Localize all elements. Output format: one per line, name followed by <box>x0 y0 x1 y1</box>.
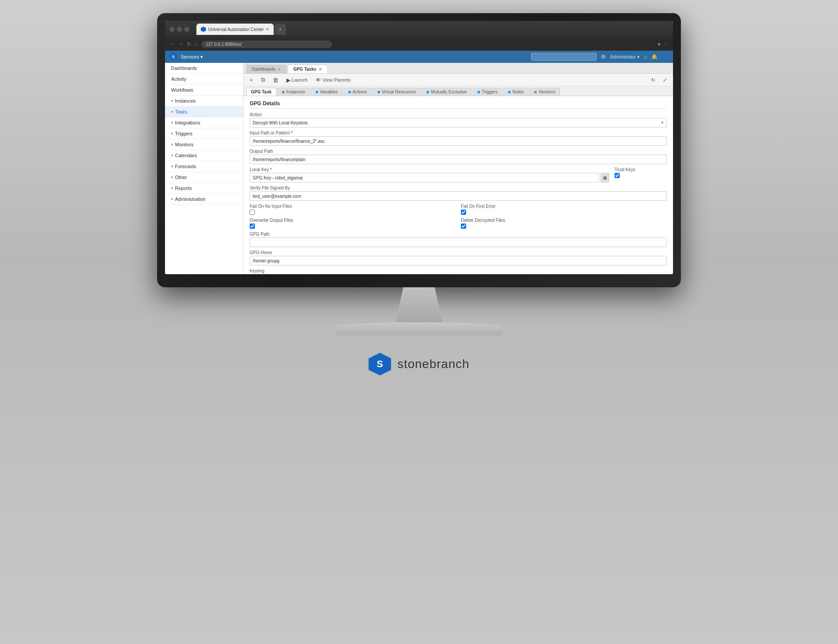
new-button[interactable]: + <box>247 76 256 84</box>
fail-first-error-checkbox[interactable] <box>461 210 466 215</box>
detail-tab-versions[interactable]: Versions <box>529 88 560 96</box>
page-tab-gpg-close[interactable]: ✕ <box>319 67 322 72</box>
delete-icon: 🗑 <box>273 77 278 83</box>
maximize-btn[interactable] <box>177 27 182 32</box>
gpg-home-row: GPG Home <box>250 250 667 265</box>
forward-button[interactable]: → <box>178 41 183 47</box>
sidebar-item-activity[interactable]: Activity <box>165 74 243 85</box>
monitor-screen: Universal Automation Center ✕ + ← → ↻ ⌂ … <box>165 21 673 274</box>
gpg-home-input[interactable] <box>250 256 667 265</box>
sidebar-item-administration[interactable]: ▾ Administration <box>165 194 243 205</box>
output-path-label: Output Path <box>250 149 667 154</box>
stonebranch-s-letter: S <box>377 358 383 370</box>
trust-keys-label: Trust Keys <box>615 167 667 172</box>
sidebar-item-dashboards[interactable]: Dashboards <box>165 63 243 74</box>
action-select[interactable]: Decrypt With Local Keystore Encrypt Sign… <box>250 118 667 127</box>
view-parents-button[interactable]: 👁 View Parents <box>313 76 354 84</box>
fail-options-row: Fail On No Input Files Fail On First Err… <box>250 204 667 215</box>
sidebar-item-triggers[interactable]: ▾ Triggers <box>165 128 243 139</box>
detail-tab-notes-label: Notes <box>512 90 524 94</box>
browser-tab-1[interactable]: Universal Automation Center ✕ <box>196 24 274 35</box>
detail-tab-actions[interactable]: Actions <box>343 88 372 96</box>
verify-signed-input[interactable] <box>250 191 667 201</box>
sidebar-item-other[interactable]: ▾ Other <box>165 172 243 183</box>
delete-button[interactable]: 🗑 <box>270 76 281 84</box>
sidebar-item-tasks[interactable]: ▾ Tasks <box>165 107 243 117</box>
page-tab-dashboards[interactable]: Dashboards ✕ <box>246 65 287 73</box>
detail-tab-mutually-exclusive[interactable]: Mutually Exclusive <box>422 88 471 96</box>
page-tab-gpg-tasks[interactable]: GPG Tasks ✕ <box>288 65 328 73</box>
delete-decrypted-checkbox[interactable] <box>461 224 466 229</box>
close-btn[interactable] <box>184 27 189 32</box>
sidebar-item-calendars[interactable]: ▾ Calendars <box>165 150 243 161</box>
input-path-input[interactable] <box>250 136 667 146</box>
address-icons: ★ ⋯ <box>657 41 669 47</box>
detail-tab-triggers-label: Triggers <box>482 90 498 94</box>
local-key-browse-btn[interactable]: ⊞ <box>601 173 609 183</box>
sidebar-item-instances[interactable]: ▾ Instances <box>165 96 243 107</box>
stonebranch-hex-icon: S <box>368 353 391 375</box>
detail-tab-instances[interactable]: Instances <box>277 88 310 96</box>
detail-tab-triggers[interactable]: Triggers <box>473 88 502 96</box>
browser-tab-1-close[interactable]: ✕ <box>266 27 269 31</box>
gear-icon[interactable]: ⚙ <box>601 54 606 60</box>
page-tab-dashboards-close[interactable]: ✕ <box>278 67 281 72</box>
output-path-input[interactable] <box>250 155 667 164</box>
gpg-path-group: GPG Path <box>250 232 667 247</box>
overwrite-output-checkbox[interactable] <box>250 224 255 229</box>
gpg-path-label: GPG Path <box>250 232 667 237</box>
calendars-arrow: ▾ <box>171 153 173 158</box>
fail-no-input-checkbox[interactable] <box>250 210 255 215</box>
browser-tab-2[interactable]: + <box>275 24 286 35</box>
copy-button[interactable]: ⧉ <box>258 76 268 84</box>
sidebar-label-integrations: Integrations <box>175 120 200 125</box>
output-path-group: Output Path <box>250 149 667 164</box>
local-key-row: Local Key * GPG Key - robot_elgamai ⊞ <box>250 167 667 183</box>
expand-button[interactable]: ⤢ <box>660 76 670 84</box>
expand-icon: ⤢ <box>663 77 667 83</box>
bookmark-icon[interactable]: ★ <box>657 41 661 47</box>
action-select-wrapper: Decrypt With Local Keystore Encrypt Sign… <box>250 118 667 127</box>
sidebar-item-monitors[interactable]: ▾ Monitors <box>165 139 243 150</box>
local-key-select[interactable]: GPG Key - robot_elgamai <box>250 173 599 183</box>
copy-icon: ⧉ <box>261 76 265 83</box>
back-button[interactable]: ← <box>169 41 175 47</box>
global-search[interactable] <box>531 53 597 61</box>
detail-tab-notes[interactable]: Notes <box>503 88 529 96</box>
toolbar: + ⧉ 🗑 ▶ Launch 👁 <box>244 74 673 86</box>
overwrite-output-label: Overwrite Output Files <box>250 218 456 223</box>
new-icon: + <box>250 77 253 83</box>
refresh-button[interactable]: ↻ <box>187 41 191 47</box>
admin-menu[interactable]: Administrator ▾ <box>610 55 639 59</box>
sidebar-item-reports[interactable]: ▾ Reports <box>165 183 243 194</box>
gpg-path-input[interactable] <box>250 238 667 247</box>
settings-icon[interactable]: ⋯ <box>664 41 669 47</box>
browser-chrome: Universal Automation Center ✕ + <box>165 21 673 38</box>
sidebar-item-forecasts[interactable]: ▾ Forecasts <box>165 161 243 172</box>
trust-keys-group: Trust Keys <box>615 167 667 178</box>
services-menu[interactable]: Services ▾ <box>181 54 203 60</box>
user-icon[interactable]: 👤 <box>662 54 669 60</box>
trust-keys-checkbox-item <box>615 173 667 178</box>
view-parents-label: View Parents <box>323 77 351 83</box>
detail-tab-virtual-resources[interactable]: Virtual Resources <box>373 88 421 96</box>
gpg-home-label: GPG Home <box>250 250 667 255</box>
overwrite-delete-row: Overwrite Output Files Delete Decrypted … <box>250 218 667 229</box>
other-arrow: ▾ <box>171 175 173 179</box>
instances-arrow: ▾ <box>171 99 173 103</box>
sidebar-item-workflows[interactable]: Workflows <box>165 85 243 96</box>
refresh-button[interactable]: ↻ <box>649 76 658 84</box>
home-button[interactable]: ⌂ <box>195 41 198 47</box>
keyring-group: Keyring <box>250 269 667 274</box>
detail-tab-gpg-task[interactable]: GPG Task <box>246 88 276 96</box>
detail-tab-gpg-task-label: GPG Task <box>251 90 271 94</box>
launch-button[interactable]: ▶ Launch <box>284 76 310 84</box>
minimize-btn[interactable] <box>169 27 175 32</box>
address-input[interactable] <box>201 41 332 48</box>
bell-icon[interactable]: 🔔 <box>651 54 658 60</box>
home-icon[interactable]: ⌂ <box>644 54 647 60</box>
detail-tab-variables[interactable]: Variables <box>311 88 343 96</box>
delete-decrypted-checkbox-item <box>461 224 667 229</box>
trust-keys-checkbox[interactable] <box>615 173 620 178</box>
sidebar-item-integrations[interactable]: ▾ Integrations <box>165 117 243 128</box>
